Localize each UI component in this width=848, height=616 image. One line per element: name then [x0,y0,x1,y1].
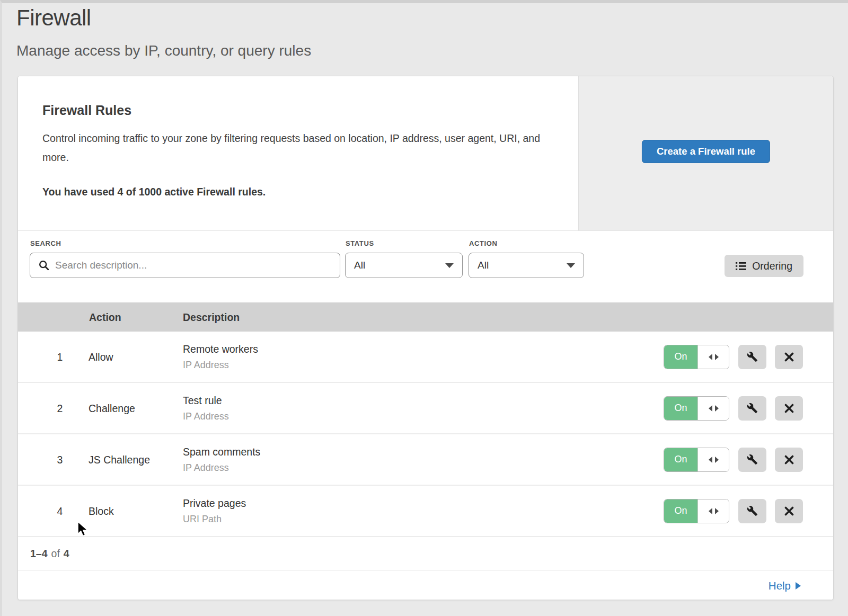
rule-controls: On [664,396,803,421]
ordering-button-label: Ordering [752,260,792,272]
status-toggle[interactable]: On [664,499,729,523]
wrench-icon [747,403,758,414]
rule-description: Test rule IP Address [183,395,229,422]
ordering-button[interactable]: Ordering [725,255,803,277]
arrow-right-icon [796,582,801,590]
arrow-right-icon [715,508,719,514]
page-title: Firewall [16,5,91,31]
action-select[interactable]: All [469,253,584,278]
rule-description: Remote workers IP Address [183,343,258,371]
table-row: 4 Block Private pages URI Path On [18,486,833,537]
search-input[interactable] [50,260,340,271]
column-header-action: Action [89,311,121,323]
help-link[interactable]: Help [768,579,801,592]
arrow-right-icon [715,457,719,463]
rule-priority: 3 [52,453,68,466]
firewall-rules-card: Firewall Rules Control incoming traffic … [17,76,834,600]
toggle-knob [697,499,729,523]
table-row: 1 Allow Remote workers IP Address On [18,332,833,383]
usage-summary: You have used 4 of 1000 active Firewall … [42,186,266,198]
intro-text-panel: Firewall Rules Control incoming traffic … [18,76,578,230]
table-header: Action Description [18,302,833,332]
page-subtitle: Manage access by IP, country, or query r… [16,42,311,59]
rule-match-field: URI Path [183,514,246,525]
delete-rule-button[interactable] [775,345,803,369]
rule-priority: 2 [52,402,68,414]
pagination: 1–4 of 4 [18,537,833,570]
help-link-label: Help [768,579,791,592]
arrow-left-icon [709,354,712,360]
delete-rule-button[interactable] [775,396,803,421]
close-icon [784,404,794,413]
pagination-total: 4 [64,548,69,560]
chevron-down-icon [567,263,575,268]
toggle-knob [697,397,729,420]
help-row: Help [18,571,833,600]
toggle-knob [697,448,729,471]
edit-rule-button[interactable] [738,396,766,421]
status-toggle[interactable]: On [664,448,729,472]
arrow-left-icon [709,405,712,412]
close-icon [784,455,794,465]
rule-match-field: IP Address [183,411,229,422]
edit-rule-button[interactable] [738,345,766,369]
rule-description: Spam comments IP Address [183,446,260,474]
status-toggle[interactable]: On [664,396,729,421]
arrow-right-icon [715,405,719,412]
close-icon [784,506,794,516]
card-description: Control incoming traffic to your zone by… [42,129,546,167]
close-icon [784,352,794,362]
wrench-icon [747,454,758,465]
action-label: ACTION [469,239,497,247]
edit-rule-button[interactable] [738,448,766,472]
status-label: STATUS [346,239,374,247]
rules-list: 1 Allow Remote workers IP Address On [18,332,833,537]
create-firewall-rule-button[interactable]: Create a Firewall rule [642,140,770,163]
rule-controls: On [664,345,803,369]
pagination-range: 1–4 [30,548,48,560]
delete-rule-button[interactable] [775,499,803,523]
rule-controls: On [664,499,803,523]
edit-rule-button[interactable] [738,499,766,523]
rule-match-field: IP Address [183,462,260,474]
toggle-on-label: On [664,448,697,471]
rule-description: Private pages URI Path [183,497,246,525]
create-rule-panel: Create a Firewall rule [578,76,833,230]
filters-bar: SEARCH STATUS All ACTION All [18,231,833,302]
wrench-icon [747,351,758,362]
intro-section: Firewall Rules Control incoming traffic … [18,76,833,231]
search-icon [38,260,50,271]
arrow-left-icon [709,457,712,463]
rule-description-title: Private pages [183,497,246,510]
toggle-on-label: On [664,345,697,369]
rule-description-title: Remote workers [183,343,258,355]
arrow-right-icon [715,354,719,360]
toggle-knob [697,345,729,369]
rule-controls: On [664,448,803,472]
rule-action: Allow [89,351,113,363]
action-select-value: All [478,260,489,271]
arrow-left-icon [709,508,712,514]
rule-action: Block [89,505,114,517]
pagination-of: of [51,548,60,560]
search-label: SEARCH [30,239,61,247]
table-row: 2 Challenge Test rule IP Address On [18,383,833,434]
table-row: 3 JS Challenge Spam comments IP Address … [18,434,833,486]
rule-priority: 1 [52,351,68,363]
rule-action: JS Challenge [89,453,150,466]
status-select[interactable]: All [345,253,463,278]
status-toggle[interactable]: On [664,345,729,369]
toggle-on-label: On [664,397,697,420]
toggle-on-label: On [664,499,697,523]
column-header-description: Description [183,311,240,323]
search-box[interactable] [30,253,340,278]
firewall-page: Firewall Manage access by IP, country, o… [0,0,848,616]
list-icon [736,262,746,271]
delete-rule-button[interactable] [775,448,803,472]
rule-priority: 4 [52,505,68,517]
rule-match-field: IP Address [183,360,258,371]
status-select-value: All [354,260,365,271]
card-heading: Firewall Rules [42,103,131,118]
rule-description-title: Test rule [183,395,229,407]
chevron-down-icon [445,263,454,268]
